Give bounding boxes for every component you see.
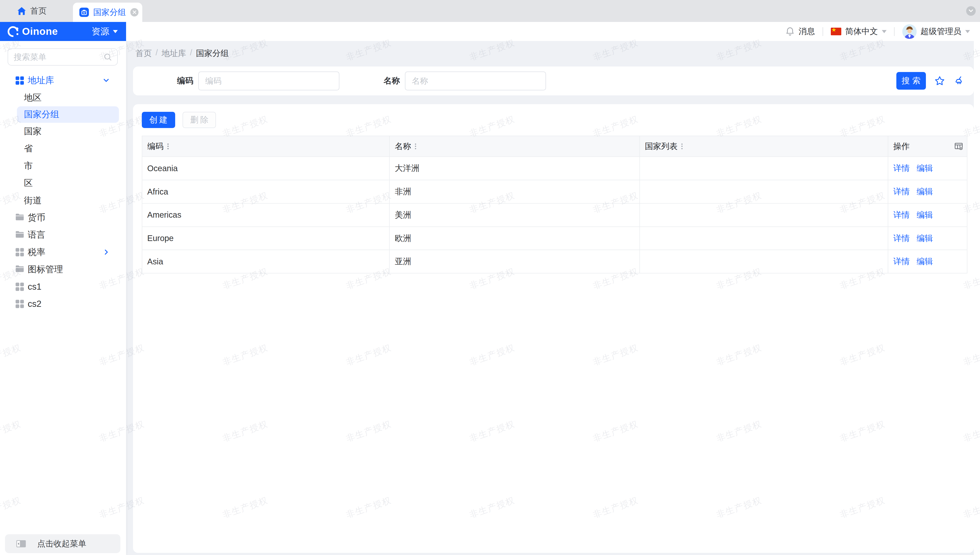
collapse-menu-button[interactable]: 点击收起菜单 bbox=[5, 534, 120, 553]
caret-down-icon bbox=[965, 30, 970, 33]
tab-close-icon[interactable] bbox=[130, 8, 138, 16]
tabbar-chevron-down-icon[interactable] bbox=[966, 6, 976, 16]
row-countries-cell bbox=[640, 180, 888, 203]
sidebar-item-市[interactable]: 市 bbox=[0, 157, 126, 175]
row-countries-cell bbox=[640, 227, 888, 250]
row-code-cell: Europe bbox=[142, 227, 390, 250]
grid-icon bbox=[15, 76, 24, 85]
row-action-编辑[interactable]: 编辑 bbox=[917, 257, 933, 266]
tab-country-group[interactable]: 国家分组 bbox=[73, 3, 142, 22]
chevron-down-icon bbox=[103, 77, 110, 84]
user-name: 超级管理员 bbox=[921, 26, 961, 37]
sidebar-item-区[interactable]: 区 bbox=[0, 175, 126, 192]
row-actions-cell: 详情编辑 bbox=[888, 227, 967, 250]
row-actions-cell: 详情编辑 bbox=[888, 250, 967, 273]
column-header-编码[interactable]: 编码 bbox=[142, 136, 390, 157]
row-action-详情[interactable]: 详情 bbox=[893, 164, 910, 173]
sidebar-item-省[interactable]: 省 bbox=[0, 140, 126, 157]
table-row-Europe: Europe欧洲详情编辑 bbox=[142, 227, 967, 250]
sidebar-item-地区[interactable]: 地区 bbox=[0, 89, 126, 106]
messages-button[interactable]: 消息 bbox=[785, 26, 815, 37]
grid-icon bbox=[15, 299, 24, 309]
breadcrumb-国家分组: 国家分组 bbox=[196, 48, 229, 59]
column-menu-icon[interactable] bbox=[681, 144, 682, 149]
row-action-编辑[interactable]: 编辑 bbox=[917, 187, 933, 196]
header-row: Oinone 资源 消息 ★ 简体中文 超级管理员 bbox=[0, 22, 980, 41]
home-tab[interactable]: 首页 bbox=[17, 0, 46, 22]
table-row-Asia: Asia亚洲详情编辑 bbox=[142, 250, 967, 273]
tab-bar: 首页 国家分组 bbox=[0, 0, 980, 22]
column-header-国家列表[interactable]: 国家列表 bbox=[640, 136, 888, 157]
table-row-Americas: Americas美洲详情编辑 bbox=[142, 203, 967, 227]
row-countries-cell bbox=[640, 250, 888, 273]
sidebar-item-图标管理[interactable]: 图标管理 bbox=[0, 261, 126, 278]
sidebar-item-税率[interactable]: 税率 bbox=[0, 244, 126, 261]
sidebar-item-国家分组[interactable]: 国家分组 bbox=[17, 106, 119, 123]
row-action-编辑[interactable]: 编辑 bbox=[917, 164, 933, 173]
clear-broom-icon[interactable] bbox=[954, 75, 965, 87]
row-name-cell: 亚洲 bbox=[389, 250, 639, 273]
filter-field-name: 名称 bbox=[339, 72, 546, 90]
collapse-panel-icon bbox=[16, 539, 26, 549]
column-menu-icon[interactable] bbox=[167, 144, 168, 149]
delete-button[interactable]: 删除 bbox=[183, 112, 216, 128]
name-field-input[interactable] bbox=[405, 72, 546, 90]
filter-panel: 编码 名称 搜索 bbox=[133, 66, 974, 96]
row-name-cell: 美洲 bbox=[389, 203, 639, 227]
column-header-名称[interactable]: 名称 bbox=[389, 136, 639, 157]
column-menu-icon[interactable] bbox=[415, 144, 416, 149]
row-name-cell: 非洲 bbox=[389, 180, 639, 203]
row-action-编辑[interactable]: 编辑 bbox=[917, 234, 933, 243]
menu-search-input[interactable] bbox=[14, 53, 103, 62]
sidebar-item-cs1[interactable]: cs1 bbox=[0, 278, 126, 295]
messages-label: 消息 bbox=[799, 26, 815, 37]
folder-icon bbox=[15, 265, 24, 274]
menu-search-box[interactable] bbox=[8, 48, 118, 65]
grid-icon bbox=[15, 282, 24, 292]
main-content: 首页/地址库/国家分组 编码 名称 搜索 bbox=[126, 41, 980, 555]
row-code-cell: Oceania bbox=[142, 157, 390, 180]
column-settings-icon[interactable] bbox=[954, 142, 963, 151]
code-field-input[interactable] bbox=[198, 72, 339, 90]
sidebar-item-街道[interactable]: 街道 bbox=[0, 192, 126, 209]
search-button[interactable]: 搜索 bbox=[896, 72, 926, 90]
breadcrumb: 首页/地址库/国家分组 bbox=[126, 41, 980, 59]
app-switcher[interactable]: 资源 bbox=[91, 26, 118, 37]
language-selector[interactable]: ★ 简体中文 bbox=[831, 26, 887, 37]
breadcrumb-separator: / bbox=[190, 48, 192, 59]
sidebar-item-货币[interactable]: 货币 bbox=[0, 209, 126, 226]
caret-down-icon bbox=[882, 30, 887, 33]
sidebar-item-地址库[interactable]: 地址库 bbox=[0, 72, 126, 89]
breadcrumb-separator: / bbox=[155, 48, 158, 59]
row-countries-cell bbox=[640, 203, 888, 227]
search-icon bbox=[103, 53, 112, 61]
row-code-cell: Asia bbox=[142, 250, 390, 273]
column-header-操作[interactable]: 操作 bbox=[888, 136, 967, 157]
row-code-cell: Africa bbox=[142, 180, 390, 203]
create-button[interactable]: 创建 bbox=[142, 112, 175, 128]
breadcrumb-地址库[interactable]: 地址库 bbox=[162, 48, 186, 59]
table-row-Africa: Africa非洲详情编辑 bbox=[142, 180, 967, 203]
row-action-详情[interactable]: 详情 bbox=[893, 210, 910, 219]
logo-text: Oinone bbox=[22, 26, 58, 37]
row-action-编辑[interactable]: 编辑 bbox=[917, 210, 933, 219]
collapse-menu-label: 点击收起菜单 bbox=[37, 538, 86, 549]
sidebar-item-cs2[interactable]: cs2 bbox=[0, 295, 126, 313]
top-bar: 消息 ★ 简体中文 超级管理员 bbox=[126, 22, 980, 41]
breadcrumb-首页[interactable]: 首页 bbox=[135, 48, 152, 59]
folder-icon bbox=[15, 230, 24, 240]
favorite-star-icon[interactable] bbox=[934, 75, 945, 87]
row-actions-cell: 详情编辑 bbox=[888, 203, 967, 227]
sidebar-item-国家[interactable]: 国家 bbox=[0, 123, 126, 140]
sidebar-item-语言[interactable]: 语言 bbox=[0, 226, 126, 244]
row-action-详情[interactable]: 详情 bbox=[893, 257, 910, 266]
table-toolbar: 创建 删除 bbox=[142, 112, 967, 128]
oinone-logo-icon bbox=[8, 26, 18, 37]
row-name-cell: 大洋洲 bbox=[389, 157, 639, 180]
table-panel: 创建 删除 编码名称国家列表操作 Oceania大洋洲详情编辑Africa非洲详… bbox=[133, 104, 974, 553]
china-flag-icon: ★ bbox=[831, 28, 842, 35]
row-action-详情[interactable]: 详情 bbox=[893, 187, 910, 196]
row-action-详情[interactable]: 详情 bbox=[893, 234, 910, 243]
user-menu[interactable]: 超级管理员 bbox=[902, 24, 970, 39]
sidebar: 地址库地区国家分组国家省市区街道货币语言税率图标管理cs1cs2 点击收起菜单 bbox=[0, 41, 126, 555]
